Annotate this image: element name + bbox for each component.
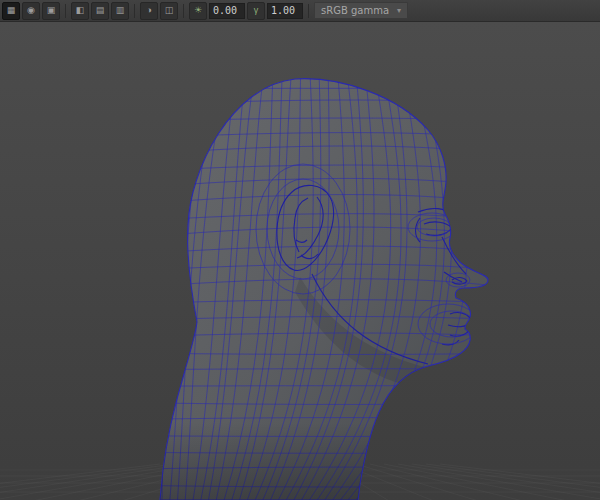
toolbar-separator bbox=[65, 4, 66, 18]
viewport-toolbar: ▦◉▣◧▤▥◑◫ ☀ γ sRGB gamma ▾ bbox=[0, 0, 600, 22]
toolbar-separator bbox=[183, 4, 184, 18]
neck-shadow-fade bbox=[120, 422, 420, 500]
shading-button[interactable]: ◫ bbox=[160, 2, 178, 20]
panel-menu-button[interactable]: ▦ bbox=[2, 2, 20, 20]
toolbar-separator bbox=[308, 4, 309, 18]
scene-canvas[interactable] bbox=[0, 22, 600, 500]
resolution-gate-button[interactable]: ◧ bbox=[71, 2, 89, 20]
gate-mask-button[interactable]: ▤ bbox=[91, 2, 109, 20]
lighting-icon: ◑ bbox=[146, 6, 151, 15]
resolution-gate-icon: ◧ bbox=[76, 6, 85, 15]
exposure-field[interactable] bbox=[209, 3, 245, 19]
film-gate-button[interactable]: ▣ bbox=[42, 2, 60, 20]
shading-icon: ◫ bbox=[165, 6, 174, 15]
chevron-down-icon: ▾ bbox=[397, 6, 401, 15]
view-transform-value: sRGB gamma bbox=[321, 5, 389, 16]
camera-select-button[interactable]: ◉ bbox=[22, 2, 40, 20]
field-chart-button[interactable]: ▥ bbox=[111, 2, 129, 20]
lighting-button[interactable]: ◑ bbox=[140, 2, 158, 20]
3d-viewport[interactable] bbox=[0, 22, 600, 500]
view-transform-dropdown[interactable]: sRGB gamma ▾ bbox=[314, 2, 408, 19]
field-chart-icon: ▥ bbox=[116, 6, 125, 15]
exposure-toggle-button[interactable]: ☀ bbox=[189, 2, 207, 20]
film-gate-icon: ▣ bbox=[47, 6, 56, 15]
toolbar-separator bbox=[134, 4, 135, 18]
camera-select-icon: ◉ bbox=[27, 6, 35, 15]
gamma-icon: γ bbox=[254, 6, 259, 15]
gamma-field[interactable] bbox=[267, 3, 303, 19]
toolbar-button-group: ▦◉▣◧▤▥◑◫ bbox=[2, 2, 187, 20]
panel-menu-icon: ▦ bbox=[7, 6, 16, 15]
gamma-toggle-button[interactable]: γ bbox=[247, 2, 265, 20]
exposure-icon: ☀ bbox=[194, 6, 202, 15]
gate-mask-icon: ▤ bbox=[96, 6, 105, 15]
